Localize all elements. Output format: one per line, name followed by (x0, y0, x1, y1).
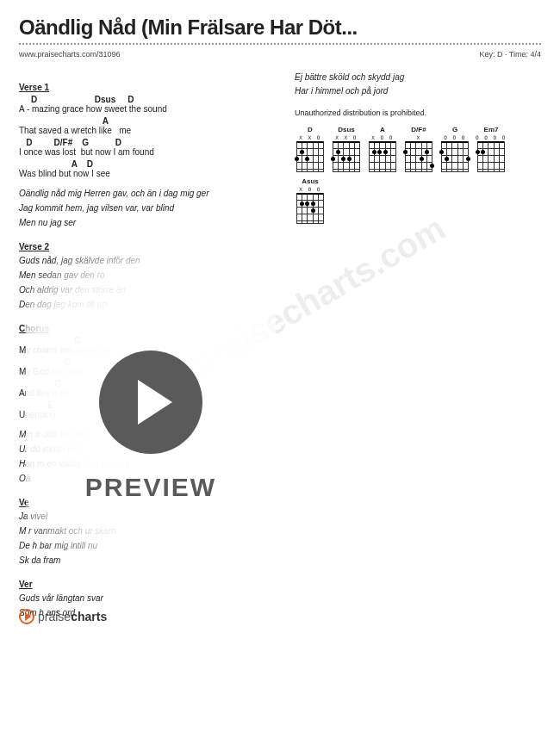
translation-line: Han m en väldig flod, evig kä (19, 457, 269, 471)
lyric-line: Ej bättre sköld och skydd jag (295, 71, 541, 84)
finger-dot (305, 202, 309, 206)
chord-line: A D (19, 159, 269, 169)
finger-dot (331, 157, 335, 161)
chord-line: G F# (19, 379, 269, 388)
finger-dot (336, 150, 340, 154)
fretboard (369, 141, 396, 172)
logo-triangle-icon (25, 612, 31, 621)
finger-dot (476, 150, 480, 154)
translation-line: Men nu jag ser (19, 216, 269, 230)
lyric-line: I once was lost but now I am found (19, 147, 269, 157)
fretboard (441, 141, 469, 172)
lyric-line: Unending amazing grace (19, 410, 269, 419)
finger-dot (347, 157, 352, 161)
right-column: Ej bättre sköld och skydd jag Har i himm… (295, 71, 541, 621)
chord-line: D Dsus D (19, 95, 269, 104)
lyric-line: And like a flo reigns (19, 388, 269, 398)
lyric-line: My chains are gone I've (19, 345, 269, 355)
fretboard (296, 141, 324, 172)
chord-diagram-dsus: DsusX X O (331, 126, 362, 172)
chorus-translation: Min fr dött för mig Ur dö inköpt mig Han… (19, 428, 269, 486)
lyric-line: Sk da fram (19, 554, 269, 568)
lyric-line: Was blind but now I see (19, 169, 269, 178)
verse2-block: Guds nåd, jag skälvde inför den Men seda… (19, 254, 269, 312)
content-columns: Verse 1 D Dsus D A - mazing grace how sw… (19, 71, 541, 621)
chord-diagram-d: DX X O (295, 126, 326, 172)
verse3-label: Ve (19, 498, 269, 507)
chord-line: A (19, 116, 269, 126)
lyric-line: A - mazing grace how sweet the sound (19, 104, 269, 114)
song-title: Oändlig Nåd (Min Frälsare Har Döt... (19, 16, 541, 40)
finger-dot (300, 202, 304, 206)
chord-name: Asus (295, 177, 326, 185)
fretboard (296, 193, 324, 224)
translation-line: Oändlig nåd mig Herren gav, och än i dag… (19, 187, 269, 201)
lyric-line: Guds nåd, jag skälvde inför den (19, 254, 269, 268)
chord-name: Em7 (476, 126, 507, 133)
finger-dot (300, 150, 304, 154)
fret-markers: X O O (367, 135, 398, 140)
chord-name: D (295, 126, 326, 133)
verse1-label: Verse 1 (19, 83, 269, 92)
meta-row: www.praisecharts.com/31096 Key: D · Time… (19, 50, 541, 59)
fret-markers: X X O (295, 135, 326, 140)
translation-line: Jag kommit hem, jag vilsen var, var blin… (19, 202, 269, 215)
verse2-label: Verse 2 (19, 242, 269, 251)
fret-markers: X (403, 135, 434, 140)
finger-dot (341, 157, 345, 161)
chord-name: Dsus (331, 126, 362, 133)
verse1-translation: Oändlig nåd mig Herren gav, och än i dag… (19, 187, 269, 230)
lyric-line: Har i himmel och på jord (295, 84, 541, 98)
translation-line: Oä (19, 472, 269, 486)
fret-markers: O O O O (476, 135, 507, 140)
chord-name: G (439, 126, 470, 133)
chord-diagram-em7: Em7O O O O (476, 126, 507, 172)
left-column: Verse 1 D Dsus D A - mazing grace how sw… (19, 71, 269, 621)
lyric-line: De h bar mig intill nu (19, 539, 269, 553)
distribution-notice: Unauthorized distribution is prohibited. (295, 109, 541, 117)
verse4-label: Ver (19, 580, 269, 589)
lyric-line: My God my Savi d me (19, 367, 269, 376)
chorus-label: Chorus (19, 324, 269, 333)
lyric-line: Ja vivel (19, 510, 269, 524)
finger-dot (439, 150, 444, 154)
verse3-block: Ja vivel M r vanmakt och ur skam De h ba… (19, 510, 269, 568)
fret-markers: O O O (439, 135, 470, 140)
finger-dot (425, 150, 429, 154)
finger-dot (403, 150, 408, 154)
chord-line: D D/F# G D (19, 138, 269, 147)
right-lyrics: Ej bättre sköld och skydd jag Har i himm… (295, 71, 541, 98)
lyric-line: M r vanmakt och ur skam (19, 524, 269, 538)
lyric-line: That saved a wretch like me (19, 126, 269, 135)
chord-diagram-g: G O O O (439, 126, 470, 172)
chord-diagram-asus: AsusX O O (295, 177, 326, 224)
chord-line: G (19, 336, 269, 345)
chord-diagrams: DX X ODsusX X OAX O OD/F# XG O O OEm7O O… (295, 126, 541, 224)
finger-dot (445, 157, 449, 161)
logo-suffix: charts (71, 610, 107, 623)
verse1-block: D Dsus D A - mazing grace how sweet the … (19, 95, 269, 178)
source-url: www.praisecharts.com/31096 (19, 50, 121, 59)
finger-dot (295, 157, 299, 161)
finger-dot (383, 150, 388, 154)
lyric-line: Men sedan gav den ro (19, 269, 269, 282)
chord-line: E D (19, 400, 269, 410)
finger-dot (430, 164, 434, 168)
divider (19, 43, 541, 45)
logo-text: praisecharts (38, 610, 107, 623)
logo-play-icon (19, 609, 34, 624)
lyric-line: Och aldrig var den större än (19, 283, 269, 297)
finger-dot (420, 157, 424, 161)
finger-dot (305, 157, 309, 161)
lyric-line: Den dag jag kom till tro (19, 298, 269, 312)
translation-line: Min fr dött för mig (19, 428, 269, 442)
chord-chart-page: Oändlig Nåd (Min Frälsare Har Döt... www… (0, 0, 560, 636)
fretboard (477, 141, 505, 172)
footer-logo: praisecharts (19, 609, 107, 624)
fret-markers: X O O (295, 187, 326, 192)
chord-name: D/F# (403, 126, 434, 133)
chord-diagram-dfsharp: D/F# X (403, 126, 434, 172)
finger-dot (372, 150, 376, 154)
finger-dot (481, 150, 485, 154)
translation-line: Ur dö inköpt mig (19, 443, 269, 456)
